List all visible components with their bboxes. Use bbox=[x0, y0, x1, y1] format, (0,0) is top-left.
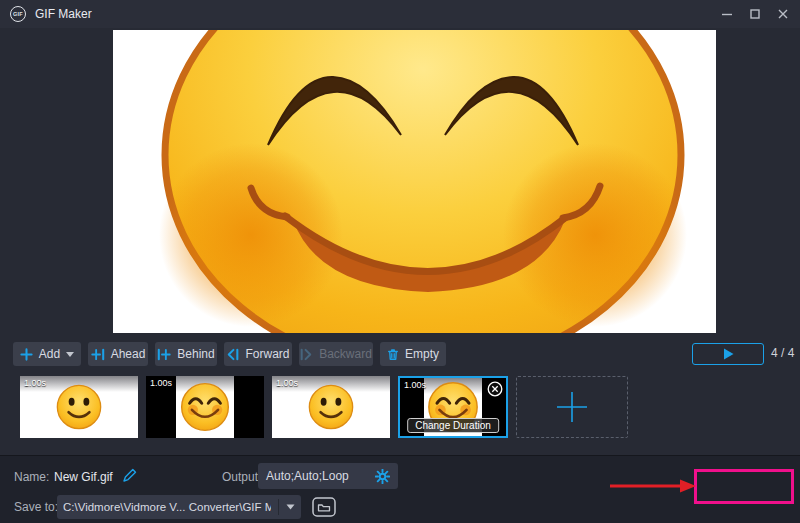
play-icon bbox=[723, 348, 734, 360]
output-value: Auto;Auto;Loop bbox=[266, 469, 375, 483]
ahead-button-label: Ahead bbox=[111, 347, 146, 361]
output-label: Output: bbox=[222, 470, 261, 484]
change-duration-button[interactable]: Change Duration bbox=[407, 418, 499, 433]
minimize-icon[interactable] bbox=[720, 7, 734, 21]
move-forward-button[interactable]: Forward bbox=[224, 342, 292, 366]
preview-smiley-image bbox=[113, 30, 716, 333]
frame-timeline: 1.00s 1.00s 1. bbox=[20, 376, 628, 438]
frame-toolbar: Add Ahead Behind Forward Backward Empty bbox=[0, 342, 800, 368]
output-settings-field[interactable]: Auto;Auto;Loop bbox=[258, 463, 398, 489]
field-divider bbox=[278, 499, 279, 515]
timeline-frame-2[interactable]: 1.00s bbox=[146, 376, 264, 438]
forward-button-label: Forward bbox=[245, 347, 289, 361]
open-folder-button[interactable] bbox=[310, 495, 338, 519]
folder-icon bbox=[312, 497, 336, 517]
preview-canvas bbox=[113, 30, 716, 333]
insert-behind-button[interactable]: Behind bbox=[155, 342, 217, 366]
frame-duration-label: 1.00s bbox=[150, 378, 172, 388]
frame-duration-label: 1.00s bbox=[24, 378, 46, 388]
smiley-open-eyes-icon bbox=[305, 381, 357, 433]
add-slot-plus-icon bbox=[555, 390, 589, 424]
maximize-icon[interactable] bbox=[748, 7, 762, 21]
app-logo-icon: GIF bbox=[10, 6, 26, 22]
smiley-open-eyes-icon bbox=[53, 381, 105, 433]
add-frame-button[interactable]: Add bbox=[13, 342, 81, 366]
insert-ahead-button[interactable]: Ahead bbox=[88, 342, 148, 366]
plus-bar-icon bbox=[91, 348, 105, 361]
smiley-closed-eyes-icon bbox=[177, 379, 233, 435]
timeline-frame-3[interactable]: 1.00s bbox=[272, 376, 390, 438]
save-to-label: Save to: bbox=[14, 500, 58, 514]
timeline-frame-4-selected[interactable]: 1.00s Change Duration bbox=[398, 376, 508, 438]
empty-frames-button[interactable]: Empty bbox=[380, 342, 446, 366]
title-bar: GIF GIF Maker bbox=[0, 0, 800, 28]
edit-name-icon[interactable] bbox=[122, 468, 137, 483]
move-backward-button[interactable]: Backward bbox=[299, 342, 373, 366]
save-path-value: C:\Vidmore\Vidmore V... Converter\GIF Ma… bbox=[63, 501, 271, 513]
name-value: New Gif.gif bbox=[54, 470, 113, 484]
play-button[interactable] bbox=[692, 343, 764, 365]
footer-bar: Name: New Gif.gif Output: Auto;Auto;Loop… bbox=[0, 455, 800, 523]
frame-counter: 4 / 4 bbox=[771, 346, 794, 360]
close-icon[interactable] bbox=[776, 7, 790, 21]
name-label: Name: bbox=[14, 470, 49, 484]
bar-chevron-right-icon bbox=[300, 348, 313, 361]
app-logo-text: GIF bbox=[13, 11, 23, 17]
save-path-dropdown[interactable]: C:\Vidmore\Vidmore V... Converter\GIF Ma… bbox=[57, 495, 301, 519]
gear-icon[interactable] bbox=[375, 469, 390, 484]
behind-button-label: Behind bbox=[177, 347, 214, 361]
remove-frame-icon[interactable] bbox=[487, 381, 503, 397]
add-frame-slot[interactable] bbox=[516, 376, 628, 438]
dropdown-caret-icon bbox=[66, 352, 74, 357]
trash-icon bbox=[387, 348, 399, 361]
timeline-frame-1[interactable]: 1.00s bbox=[20, 376, 138, 438]
frame-duration-label: 1.00s bbox=[404, 380, 426, 390]
chevron-left-bar-icon bbox=[226, 348, 239, 361]
window-title: GIF Maker bbox=[35, 7, 92, 21]
backward-button-label: Backward bbox=[319, 347, 372, 361]
plus-icon bbox=[20, 348, 33, 361]
empty-button-label: Empty bbox=[405, 347, 439, 361]
frame-duration-label: 1.00s bbox=[276, 378, 298, 388]
dropdown-caret-icon[interactable] bbox=[286, 504, 295, 510]
bar-plus-icon bbox=[157, 348, 171, 361]
add-button-label: Add bbox=[39, 347, 60, 361]
